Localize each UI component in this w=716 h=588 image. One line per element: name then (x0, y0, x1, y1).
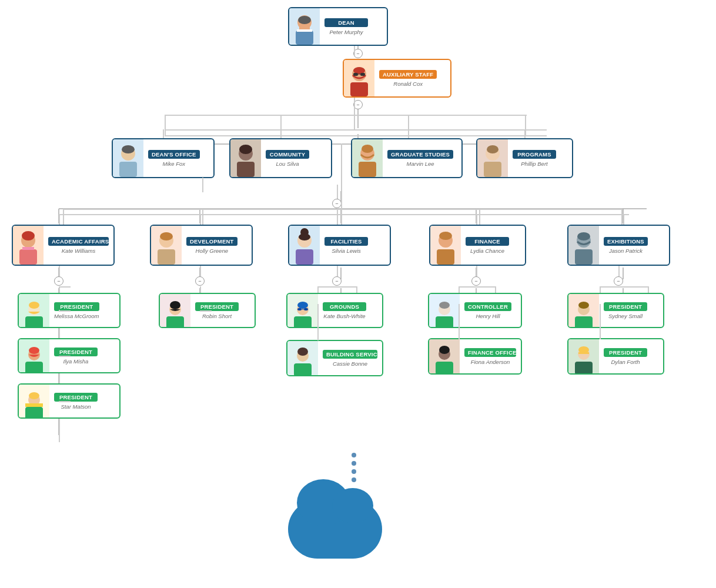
development-avatar (151, 226, 182, 265)
star-body: PRESIDENT Star Matson (49, 385, 102, 417)
development-name: Holly Greene (196, 248, 228, 254)
svg-rect-64 (158, 249, 175, 265)
finance-node: FINANCE Lydia Chance (429, 225, 526, 267)
fin-sub-v1 (459, 304, 460, 339)
svg-rect-41 (297, 29, 312, 32)
svg-point-39 (298, 16, 311, 24)
svg-point-56 (362, 145, 373, 153)
svg-rect-77 (25, 316, 43, 328)
svg-point-92 (297, 302, 308, 309)
graduate-studies-body: GRADUATE STUDIES Marvin Lee (383, 139, 458, 177)
graduate-studies-title: GRADUATE STUDIES (387, 150, 453, 159)
aa-hc2 (59, 356, 71, 357)
collapse-aa[interactable]: − (54, 276, 63, 286)
svg-rect-60 (19, 249, 37, 265)
finance-body: FINANCE Lydia Chance (461, 226, 514, 265)
academic-affairs-body: ACADEMIC AFFAIRS Kate Williams (44, 226, 113, 265)
ilya-name: Ilya Misha (63, 358, 89, 365)
collapse-fac[interactable]: − (332, 276, 342, 286)
collapse-exh[interactable]: − (614, 276, 623, 286)
svg-point-82 (29, 347, 39, 354)
graduate-studies-avatar (352, 139, 383, 177)
auxiliary-body: AUXILIARY STAFF Ronald Cox (374, 60, 441, 96)
finance-office-name: Fiona Anderson (471, 359, 510, 365)
development-body: DEVELOPMENT Holly Greene (182, 226, 242, 265)
finance-office-node: FINANCE OFFICE Fiona Anderson (428, 338, 522, 377)
svg-rect-90 (294, 316, 312, 328)
svg-point-79 (29, 302, 39, 309)
svg-point-62 (22, 231, 35, 240)
star-name: Star Matson (61, 403, 91, 410)
facilities-body: FACILITIES Silvia Lewis (320, 226, 373, 265)
community-avatar (230, 139, 261, 177)
building-services-body: BUILDING SERVICES Cassie Bonne (318, 341, 382, 375)
deans-office-name: Mike Fox (163, 161, 186, 167)
programs-name: Phillip Bert (521, 161, 547, 167)
svg-point-104 (439, 346, 450, 354)
l2-v2 (280, 129, 282, 135)
dept-h-line (59, 214, 629, 215)
controller-node: CONTROLLER Henry Hill (428, 293, 522, 330)
svg-point-101 (439, 302, 450, 309)
to-collapse3 (341, 143, 342, 178)
robin-name: Robin Short (202, 313, 232, 319)
more-dots (352, 441, 356, 494)
fin-down-v (476, 266, 477, 276)
ilya-avatar (19, 339, 49, 373)
finance-avatar (430, 226, 461, 265)
facilities-title: FACILITIES (324, 237, 368, 246)
programs-title: PROGRAMS (513, 150, 556, 159)
building-services-name: Cassie Bonne (333, 360, 367, 367)
facilities-avatar (289, 226, 320, 265)
robin-body: PRESIDENT Robin Short (190, 294, 243, 327)
dot-1 (352, 453, 356, 457)
graduate-studies-name: Marvin Lee (407, 161, 434, 167)
fin-h-line (459, 286, 495, 288)
finance-title: FINANCE (466, 237, 509, 246)
svg-rect-46 (360, 73, 365, 76)
president-sydney-node: PRESIDENT Sydney Small (567, 293, 664, 330)
exh-down-v (618, 266, 620, 276)
finance-name: Lydia Chance (470, 248, 504, 254)
facilities-name: Silvia Lewis (332, 248, 361, 254)
mid-v1 (337, 185, 338, 199)
community-node: COMMUNITY Lou Silva (229, 138, 332, 179)
cloud-shape (288, 494, 382, 564)
collapse-dev[interactable]: − (195, 276, 205, 286)
dot-2 (352, 461, 356, 466)
grounds-avatar (287, 294, 318, 328)
grounds-name: Kate Bush-White (323, 313, 365, 319)
exhibitions-avatar (568, 226, 599, 265)
collapse-fin[interactable]: − (471, 276, 481, 286)
aa-h1 (59, 286, 71, 288)
facilities-node: FACILITIES Silvia Lewis (288, 225, 391, 267)
horiz-up-1 (165, 115, 166, 129)
horiz-up-2 (280, 115, 282, 129)
svg-rect-42 (350, 82, 368, 96)
svg-rect-37 (296, 31, 313, 45)
sydney-name: Sydney Small (608, 313, 643, 319)
svg-point-107 (578, 302, 589, 309)
president-robin-node: PRESIDENT Robin Short (159, 293, 256, 330)
exhibitions-node: EXHIBITIONS Jason Patrick (567, 225, 670, 267)
l2-v3 (408, 129, 409, 135)
svg-rect-67 (296, 249, 313, 265)
finance-office-avatar (429, 339, 460, 375)
ilya-body: PRESIDENT Ilya Misha (49, 339, 102, 372)
dept-v4 (476, 214, 477, 225)
svg-point-59 (487, 145, 498, 153)
collapse-btn-3[interactable]: − (332, 199, 342, 208)
level2-hline (165, 135, 547, 136)
academic-affairs-title: ACADEMIC AFFAIRS (48, 237, 109, 246)
svg-point-98 (297, 348, 308, 356)
aa-hc3 (59, 401, 71, 402)
l2-to-l3 (341, 178, 342, 209)
svg-rect-83 (25, 407, 43, 419)
dept-v5 (623, 214, 624, 225)
dylan-name: Dylan Forth (611, 359, 640, 365)
melissa-title: PRESIDENT (54, 302, 99, 311)
star-title: PRESIDENT (54, 393, 98, 402)
auxiliary-name: Ronald Cox (393, 81, 423, 87)
svg-rect-57 (484, 162, 501, 177)
h-line-1 (165, 129, 547, 131)
